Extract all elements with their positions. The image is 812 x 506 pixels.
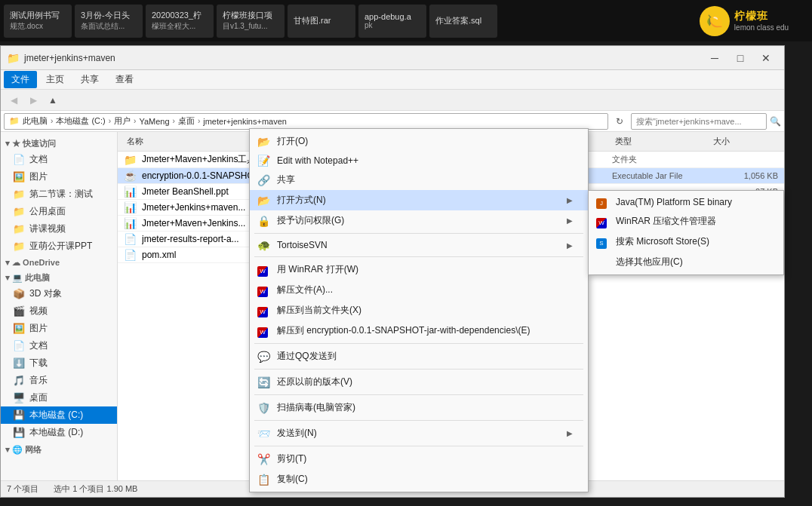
col-type[interactable]: 类型 — [612, 134, 710, 149]
minimize-button[interactable]: ─ — [703, 49, 727, 67]
ctx-notepad[interactable]: 📝 Edit with Notepad++ — [250, 152, 588, 170]
openwith-submenu: J Java(TM) Platform SE binary W WinRAR 压… — [588, 190, 784, 275]
sendto-arrow: ▶ — [567, 429, 573, 437]
share-icon: 🔗 — [257, 174, 270, 186]
sidebar-header-network[interactable]: ▾ 🌐 网络 — [1, 441, 117, 457]
ctx-qq-send[interactable]: 💬 通过QQ发送到 — [250, 346, 588, 366]
sidebar-item-doc[interactable]: 📄 文档 — [1, 337, 117, 354]
ctx-open[interactable]: 📂 打开(O) — [250, 131, 588, 152]
sidebar-item-desktop[interactable]: 📁 公用桌面 — [1, 203, 117, 220]
nav-up-button[interactable]: ▲ — [45, 92, 61, 109]
ctx-extract[interactable]: W 解压文件(A)... — [250, 280, 588, 300]
extract-here-icon: W — [257, 304, 268, 317]
ctx-extract-here[interactable]: W 解压到当前文件夹(X) — [250, 300, 588, 320]
tortoise-icon: 🐢 — [257, 239, 270, 251]
submenu-arrow: ▶ — [567, 196, 573, 204]
copy-icon: 📋 — [257, 474, 270, 486]
scan-icon: 🛡️ — [257, 402, 270, 414]
sidebar-item-3d[interactable]: 📦 3D 对象 — [1, 285, 117, 302]
sidebar-item-download[interactable]: ⬇️ 下载 — [1, 354, 117, 372]
nav-back-button[interactable]: ◀ — [5, 92, 22, 109]
separator-7 — [254, 446, 583, 446]
sidebar-item-documents[interactable]: 📄 文档 — [1, 151, 117, 168]
item-count: 7 个项目 — [7, 483, 38, 495]
separator-5 — [254, 394, 583, 395]
sidebar-item-video[interactable]: 🎬 视频 — [1, 302, 117, 320]
ctx-share[interactable]: 🔗 共享 — [250, 170, 588, 190]
ctx-access[interactable]: 🔒 授予访问权限(G) ▶ — [250, 210, 588, 231]
nav-forward-button[interactable]: ▶ — [25, 92, 42, 109]
sidebar-item-videos[interactable]: 📁 讲课视频 — [1, 220, 117, 238]
extract-to-icon: W — [257, 324, 268, 338]
ctx-winrar-open[interactable]: W 用 WinRAR 打开(W) — [250, 259, 588, 280]
taskbar-item-3[interactable]: 柠檬班接口项 目v1.3_futu... — [217, 5, 285, 38]
sidebar-item-desktopmain[interactable]: 🖥️ 桌面 — [1, 389, 117, 406]
search-input[interactable] — [631, 113, 767, 130]
ctx-other-app[interactable]: 选择其他应用(C) — [589, 252, 783, 272]
window-controls: ─ □ ✕ — [703, 49, 778, 67]
sidebar: ▾ ★ 快速访问 📄 文档 🖼️ 图片 📁 第二节课：测试 📁 公用桌面 📁 讲… — [1, 132, 118, 480]
notepad-icon: 📝 — [257, 155, 270, 167]
taskbar-item-4[interactable]: 甘特图.rar — [288, 5, 355, 38]
winrar-open-icon: W — [257, 263, 268, 277]
menu-item-home[interactable]: 主页 — [38, 71, 72, 88]
logo-subtext: lemon class edu — [734, 23, 789, 32]
sidebar-header-thispc[interactable]: ▾ 💻 此电脑 — [1, 269, 117, 285]
ctx-scan[interactable]: 🛡️ 扫描病毒(电脑管家) — [250, 397, 588, 418]
openwith-icon: 📂 — [257, 195, 270, 207]
ctx-store[interactable]: S 搜索 Microsoft Store(S) — [589, 232, 783, 252]
selected-info: 选中 1 个项目 1.90 MB — [54, 483, 137, 495]
search-icon[interactable]: 🔍 — [770, 116, 781, 127]
maximize-button[interactable]: □ — [728, 49, 752, 67]
ctx-java[interactable]: J Java(TM) Platform SE binary — [589, 193, 783, 211]
sidebar-item-pictures[interactable]: 🖼️ 图片 — [1, 168, 117, 186]
ctx-copy[interactable]: 📋 复制(C) — [250, 469, 588, 489]
taskbar-item-6[interactable]: 作业答案.sql — [429, 5, 497, 38]
tortoise-arrow: ▶ — [567, 241, 573, 250]
menu-item-file[interactable]: 文件 — [4, 71, 37, 88]
ctx-winrar[interactable]: W WinRAR 压缩文件管理器 — [589, 211, 783, 232]
sidebar-header-onedrive[interactable]: ▾ ☁ OneDrive — [1, 255, 117, 269]
sidebar-item-d-drive[interactable]: 💾 本地磁盘 (D:) — [1, 424, 117, 441]
sidebar-item-test[interactable]: 📁 第二节课：测试 — [1, 186, 117, 203]
sidebar-item-c-drive[interactable]: 💾 本地磁盘 (C:) — [1, 406, 117, 424]
logo-name: 柠檬班 — [734, 10, 789, 23]
sendto-icon: 📨 — [257, 428, 270, 440]
extract-icon: W — [257, 284, 268, 297]
sidebar-item-ppt[interactable]: 📁 亚萌公开课PPT — [1, 238, 117, 255]
java-icon: J — [596, 195, 607, 209]
restore-icon: 🔄 — [257, 376, 270, 388]
ctx-send-to[interactable]: 📨 发送到(N) ▶ — [250, 423, 588, 443]
qq-icon: 💬 — [257, 351, 270, 363]
col-size[interactable]: 大小 — [710, 134, 778, 149]
ctx-openwith[interactable]: 📂 打开方式(N) ▶ J Java(TM) Platform SE binar… — [250, 190, 588, 210]
menu-item-share[interactable]: 共享 — [73, 71, 106, 88]
sidebar-header-quickaccess[interactable]: ▾ ★ 快速访问 — [1, 135, 117, 151]
cut-icon: ✂️ — [257, 453, 270, 465]
ctx-tortoise[interactable]: 🐢 TortoiseSVN ▶ — [250, 236, 588, 254]
close-button[interactable]: ✕ — [754, 49, 778, 67]
refresh-button[interactable]: ↻ — [611, 113, 628, 130]
window-icon: 📁 — [7, 52, 20, 64]
taskbar-item-1[interactable]: 3月份-今日头 条面试总结... — [75, 5, 143, 38]
store-icon: S — [596, 235, 607, 249]
sidebar-item-music[interactable]: 🎵 音乐 — [1, 372, 117, 389]
open-icon: 📂 — [257, 136, 270, 148]
taskbar-item-0[interactable]: 测试用例书写 规范.docx — [4, 5, 72, 38]
window-title: jmeter+jenkins+maven — [24, 53, 698, 63]
breadcrumb[interactable]: 📁 此电脑 › 本地磁盘 (C:) › 用户 › YaMeng › 桌面 › j… — [4, 113, 608, 130]
taskbar-item-2[interactable]: 20200323_柠 檬班全程大... — [146, 5, 214, 38]
menu-item-view[interactable]: 查看 — [108, 71, 141, 88]
logo-icon: 🍋 — [700, 6, 730, 36]
separator-6 — [254, 420, 583, 421]
taskbar-item-5[interactable]: app-debug.a pk — [358, 5, 426, 38]
menu-bar: 文件 主页 共享 查看 — [1, 70, 784, 90]
separator-4 — [254, 369, 583, 370]
separator-1 — [254, 233, 583, 234]
separator-2 — [254, 256, 583, 257]
ctx-cut[interactable]: ✂️ 剪切(T) — [250, 449, 588, 469]
ctx-restore[interactable]: 🔄 还原以前的版本(V) — [250, 372, 588, 392]
sidebar-item-pic[interactable]: 🖼️ 图片 — [1, 320, 117, 337]
access-icon: 🔒 — [257, 215, 270, 227]
ctx-extract-to[interactable]: W 解压到 encryption-0.0.1-SNAPSHOT-jar-with… — [250, 320, 588, 341]
